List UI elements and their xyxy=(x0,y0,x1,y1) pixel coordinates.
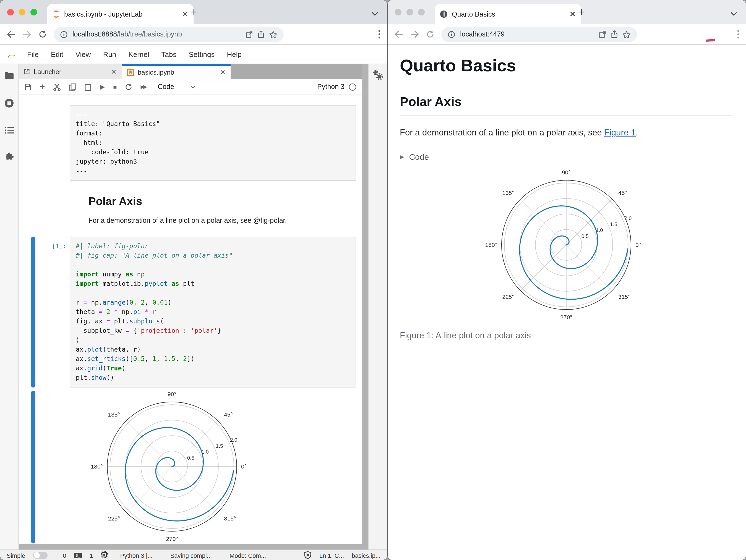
zoom-window-button[interactable] xyxy=(418,9,425,16)
kernel-name[interactable]: Python 3 xyxy=(317,83,345,91)
copy-cells-icon[interactable] xyxy=(69,83,77,90)
cell-type-select[interactable]: Code xyxy=(157,83,174,91)
forward-icon[interactable] xyxy=(410,30,419,38)
dock-bottom-gap xyxy=(19,544,362,550)
url-bar[interactable]: localhost:8888/lab/tree/basics.ipynb xyxy=(54,27,284,42)
svg-text:180°: 180° xyxy=(485,242,497,248)
run-all-icon[interactable]: ▶▶ xyxy=(140,84,146,90)
raw-cell-yaml: ---title: "Quarto Basics"format: html: c… xyxy=(19,105,362,181)
running-kernels-icon[interactable] xyxy=(4,98,14,108)
svg-text:90°: 90° xyxy=(562,169,570,176)
site-info-icon[interactable] xyxy=(448,31,455,38)
back-icon[interactable] xyxy=(7,30,16,38)
page-title: Quarto Basics xyxy=(400,56,732,76)
svg-text:2.0: 2.0 xyxy=(624,215,631,221)
svg-text:45°: 45° xyxy=(618,189,627,196)
close-window-button[interactable] xyxy=(395,9,401,16)
yaml-cell-editor[interactable]: ---title: "Quarto Basics"format: html: c… xyxy=(70,105,356,181)
minimize-window-button[interactable] xyxy=(19,9,25,16)
notebook-paragraph: For a demonstration of a line plot on a … xyxy=(88,217,345,225)
cut-cells-icon[interactable] xyxy=(53,83,61,90)
line-col-indicator[interactable]: Ln 1, C... xyxy=(319,552,344,559)
site-info-icon[interactable] xyxy=(60,31,67,38)
open-in-window-icon[interactable] xyxy=(246,31,253,38)
table-of-contents-icon[interactable] xyxy=(5,126,13,134)
code-fold-toggle[interactable]: ▶ Code xyxy=(400,152,732,161)
menu-run[interactable]: Run xyxy=(97,50,122,58)
browser-tab[interactable]: Quarto Basics ✕ xyxy=(435,4,581,24)
profile-badge xyxy=(706,39,715,42)
code-toggle-label: Code xyxy=(409,152,429,161)
browser-menu-icon[interactable] xyxy=(737,30,739,39)
menu-kernel[interactable]: Kernel xyxy=(122,50,155,58)
figure-caption: Figure 1: A line plot on a polar axis xyxy=(400,331,732,341)
zoom-window-button[interactable] xyxy=(30,9,37,16)
menu-tabs[interactable]: Tabs xyxy=(155,50,183,58)
window-controls xyxy=(395,9,425,16)
browser-menu-icon[interactable] xyxy=(378,30,380,39)
open-in-window-icon[interactable] xyxy=(599,31,606,38)
kernel-status-icon[interactable] xyxy=(349,83,356,90)
back-icon[interactable] xyxy=(394,30,403,38)
figure-1-link[interactable]: Figure 1 xyxy=(604,128,636,137)
jupyterlab-dock: Launcher ✕ basics.ipynb ✕ + xyxy=(19,64,362,550)
screen: basics.ipynb - JupyterLab ✕ + localhost:… xyxy=(0,0,746,560)
close-icon[interactable]: ✕ xyxy=(111,68,117,76)
share-icon[interactable] xyxy=(258,30,264,38)
paste-cells-icon[interactable] xyxy=(85,83,91,90)
tab-launcher[interactable]: Launcher ✕ xyxy=(19,64,122,79)
terminal-count[interactable]: 0 xyxy=(63,552,66,559)
run-cell-icon[interactable]: ▶ xyxy=(100,83,105,91)
browser-tab[interactable]: basics.ipynb - JupyterLab ✕ xyxy=(47,4,194,24)
browser-tabstrip: basics.ipynb - JupyterLab ✕ + xyxy=(0,0,387,24)
share-icon[interactable] xyxy=(611,30,618,38)
insert-cell-icon[interactable]: + xyxy=(40,82,45,92)
figure-1: 0°45°90°135°180°225°270°315°0.51.01.52.0 xyxy=(400,169,732,320)
menu-view[interactable]: View xyxy=(69,50,97,58)
execution-count: [1]: xyxy=(35,237,70,387)
window-controls xyxy=(7,9,37,16)
dock-divider xyxy=(362,64,368,550)
property-inspector-icon[interactable] xyxy=(372,70,383,550)
kernel-count[interactable]: 1 xyxy=(90,552,93,559)
close-icon[interactable]: ✕ xyxy=(220,68,226,76)
jupyterlab-app: File Edit View Run Kernel Tabs Settings … xyxy=(0,45,387,560)
output-collapser[interactable] xyxy=(31,391,35,543)
menu-settings[interactable]: Settings xyxy=(182,50,221,58)
svg-text:1.5: 1.5 xyxy=(216,443,223,449)
cell-type-chevron-icon[interactable] xyxy=(190,85,196,89)
notebook-heading: Polar Axis xyxy=(88,195,345,208)
tab-basics-ipynb[interactable]: basics.ipynb ✕ xyxy=(122,64,231,79)
bookmark-star-icon[interactable] xyxy=(269,31,277,38)
menu-file[interactable]: File xyxy=(21,50,45,58)
svg-text:0°: 0° xyxy=(635,242,641,248)
reload-icon[interactable] xyxy=(426,30,434,38)
tab-search-chevron-icon[interactable] xyxy=(372,8,378,18)
cell-collapser[interactable] xyxy=(31,237,35,387)
save-icon[interactable] xyxy=(24,83,31,90)
bookmark-star-icon[interactable] xyxy=(623,31,630,38)
new-tab-button[interactable]: + xyxy=(191,6,197,18)
cell-collapser[interactable] xyxy=(31,105,35,181)
close-icon[interactable]: ✕ xyxy=(570,10,576,18)
close-icon[interactable]: ✕ xyxy=(182,10,188,18)
url-bar[interactable]: localhost:4479 xyxy=(441,27,637,42)
file-browser-icon[interactable] xyxy=(4,72,14,80)
new-tab-button[interactable]: + xyxy=(578,6,584,18)
tab-search-chevron-icon[interactable] xyxy=(730,8,737,18)
stop-kernel-icon[interactable]: ■ xyxy=(113,84,117,90)
minimize-window-button[interactable] xyxy=(406,9,413,16)
kernel-status-text[interactable]: Python 3 |... xyxy=(120,552,153,559)
markdown-cell: Polar Axis For a demonstration of a line… xyxy=(19,195,362,225)
close-window-button[interactable] xyxy=(7,9,14,16)
simple-mode-toggle[interactable] xyxy=(33,552,47,559)
jupyter-favicon xyxy=(53,10,60,18)
browser-tabstrip: Quarto Basics ✕ + xyxy=(388,0,746,24)
menu-edit[interactable]: Edit xyxy=(45,50,69,58)
reload-icon[interactable] xyxy=(39,30,47,38)
code-cell-editor[interactable]: #| label: fig-polar#| fig-cap: "A line p… xyxy=(70,237,356,387)
restart-kernel-icon[interactable] xyxy=(125,83,132,90)
forward-icon[interactable] xyxy=(23,30,31,38)
menu-help[interactable]: Help xyxy=(221,50,248,58)
extensions-icon[interactable] xyxy=(5,153,13,161)
